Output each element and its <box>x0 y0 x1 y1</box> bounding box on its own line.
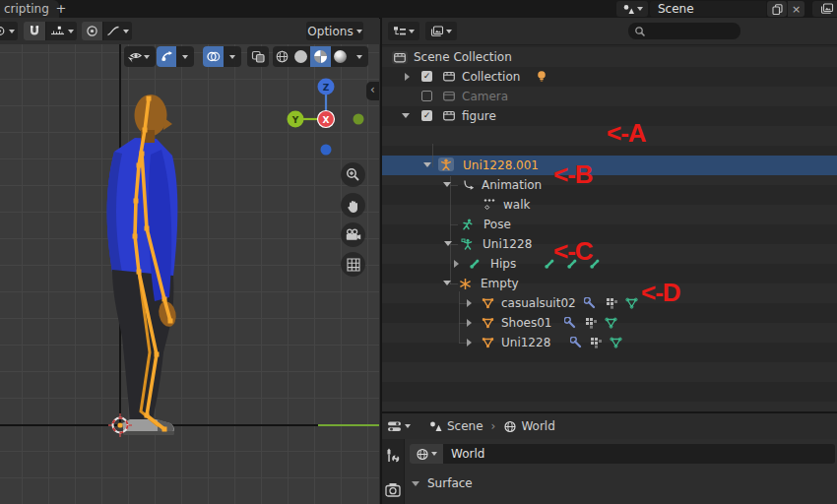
vertex-groups-icon[interactable] <box>590 337 603 348</box>
collection-icon <box>443 71 455 82</box>
world-name-field[interactable]: World <box>443 444 835 464</box>
outliner-row-hips[interactable]: Hips <box>382 254 837 274</box>
mesh-data-icon[interactable] <box>610 337 622 348</box>
shading-solid-button[interactable] <box>291 46 310 67</box>
overlays-group <box>203 46 241 67</box>
collapse-arrow-icon[interactable] <box>402 113 410 118</box>
svg-text:Y: Y <box>291 115 299 125</box>
outliner-tree-icon <box>393 26 407 37</box>
view-layer-button[interactable] <box>812 1 837 17</box>
outliner-row-scene-collection[interactable]: Scene Collection <box>382 47 837 67</box>
outliner-row-casualsuit02[interactable]: casualsuit02 <box>382 293 837 313</box>
add-workspace-button[interactable]: + <box>53 1 69 17</box>
axis-minus-z-dot <box>321 145 332 156</box>
transform-pivot-dropdown[interactable] <box>0 22 18 40</box>
pan-button[interactable] <box>341 193 365 218</box>
surface-panel-header[interactable]: Surface <box>412 476 473 490</box>
shading-rendered-button[interactable] <box>331 46 350 67</box>
outliner-row-empty[interactable]: Empty <box>382 274 837 293</box>
expand-arrow-icon[interactable] <box>454 260 459 268</box>
outliner-header <box>382 18 837 45</box>
modifier-wrench-icon[interactable] <box>564 317 577 330</box>
chevron-down-icon <box>431 452 437 456</box>
search-input[interactable] <box>628 23 740 39</box>
object-visibility-dropdown[interactable] <box>124 46 156 67</box>
overlays-dropdown[interactable] <box>224 46 241 67</box>
ortho-grid-button[interactable] <box>341 252 365 277</box>
collection-checkbox[interactable]: ✓ <box>421 71 432 82</box>
shading-wireframe-button[interactable] <box>273 46 291 67</box>
navigation-gizmo[interactable]: Z Y X <box>282 73 372 163</box>
chevron-down-icon <box>68 30 74 33</box>
sidebar-expand-button[interactable]: ‹ <box>366 82 379 100</box>
proportional-editing-toggle[interactable] <box>82 22 102 40</box>
duplicate-icon <box>772 4 783 15</box>
options-label: Options <box>307 25 353 38</box>
show-overlays-toggle[interactable] <box>203 46 224 67</box>
editor-type-dropdown[interactable] <box>387 420 411 433</box>
unlink-scene-button[interactable]: × <box>788 1 805 17</box>
collection-icon <box>443 110 455 121</box>
panel-collapse-icon <box>412 481 419 486</box>
mesh-data-icon[interactable] <box>625 297 638 309</box>
view-layer-icon <box>820 3 834 15</box>
tab-render[interactable] <box>385 482 401 497</box>
outliner-row-pose[interactable]: Pose <box>382 215 837 234</box>
scene-name-field[interactable]: Scene <box>650 1 766 17</box>
display-mode-dropdown[interactable] <box>388 22 419 40</box>
scene-browse-button[interactable] <box>616 1 648 17</box>
collapse-arrow-icon[interactable] <box>444 241 452 246</box>
collection-icon <box>392 51 408 64</box>
snap-toggle-button[interactable] <box>24 22 45 40</box>
collection-checkbox[interactable]: ✓ <box>421 110 432 121</box>
proportional-falloff-dropdown[interactable] <box>102 22 132 40</box>
outliner-row-animation[interactable]: Animation <box>382 175 837 195</box>
shading-dropdown[interactable] <box>350 46 368 67</box>
modifier-wrench-icon[interactable] <box>584 297 597 310</box>
pivot-point-icon <box>0 26 6 36</box>
tab-tool[interactable] <box>385 447 401 464</box>
collapse-arrow-icon[interactable] <box>443 182 451 187</box>
expand-arrow-icon[interactable] <box>405 73 410 81</box>
collapse-arrow-icon[interactable] <box>423 162 431 167</box>
workspace-tab-scripting[interactable]: cripting <box>0 0 59 20</box>
expand-arrow-icon[interactable] <box>467 299 472 307</box>
options-dropdown[interactable]: Options <box>306 22 363 40</box>
mesh-data-icon[interactable] <box>605 317 617 329</box>
vertex-groups-icon[interactable] <box>585 317 598 329</box>
xray-toggle[interactable] <box>247 46 269 67</box>
zoom-button[interactable] <box>341 162 365 187</box>
y-axis-line-green <box>318 424 379 426</box>
expand-arrow-icon[interactable] <box>467 319 472 327</box>
character-figure[interactable] <box>79 79 207 453</box>
outliner-row-collection[interactable]: ✓ Collection <box>382 67 837 87</box>
tool-icon <box>385 447 401 464</box>
collapse-arrow-icon[interactable] <box>443 281 451 285</box>
breadcrumb-world[interactable]: World <box>521 419 554 433</box>
camera-view-button[interactable] <box>341 222 365 247</box>
outliner-row-camera[interactable]: Camera <box>382 87 837 106</box>
svg-text:Z: Z <box>323 83 330 93</box>
outliner-row-uni1228-001[interactable]: Uni1228.001 <box>382 156 837 175</box>
outliner-row-walk-action[interactable]: walk <box>382 195 837 215</box>
vertex-groups-icon[interactable] <box>606 297 618 309</box>
new-scene-button[interactable] <box>767 1 787 17</box>
gizmos-dropdown[interactable] <box>176 46 194 67</box>
outliner-row-uni1228-mesh[interactable]: Uni1228 <box>382 333 837 352</box>
snapping-dropdown[interactable] <box>45 22 77 40</box>
chevron-down-icon <box>405 424 411 428</box>
outliner-row-shoes01[interactable]: Shoes01 <box>382 313 837 333</box>
shading-material-button[interactable] <box>310 46 331 67</box>
collection-checkbox[interactable] <box>421 91 432 101</box>
modifier-wrench-icon[interactable] <box>570 337 583 349</box>
3d-viewport[interactable]: Z Y X ‹ <box>0 44 379 504</box>
armature-data-icon <box>461 238 474 250</box>
filter-dropdown[interactable] <box>425 22 457 40</box>
expand-arrow-icon[interactable] <box>467 339 472 346</box>
surface-panel-label: Surface <box>427 476 473 490</box>
breadcrumb-scene[interactable]: Scene <box>447 419 483 433</box>
outliner-row-uni1228-data[interactable]: Uni1228 <box>382 234 837 254</box>
rendered-sphere-icon <box>334 50 347 63</box>
world-datablock-dropdown[interactable] <box>410 444 443 464</box>
show-gizmos-toggle[interactable] <box>157 46 176 67</box>
